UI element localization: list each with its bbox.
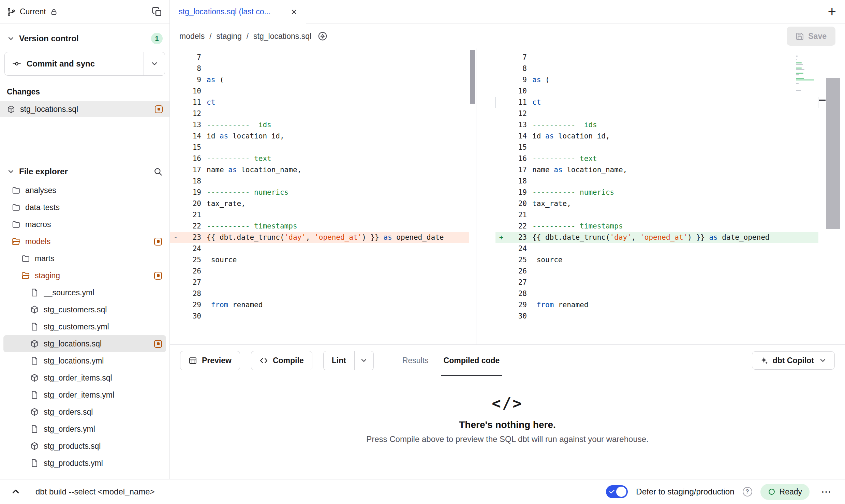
code-line-10[interactable]: 10 <box>495 86 818 97</box>
breadcrumb-item[interactable]: staging <box>217 32 242 41</box>
breadcrumb-item[interactable]: models <box>179 32 205 41</box>
tab-compiled-code[interactable]: Compiled code <box>436 345 507 376</box>
code-line-12[interactable]: 12 <box>170 108 469 119</box>
file-explorer-item-stg-products-yml[interactable]: stg_products.yml <box>3 455 166 472</box>
code-line-11[interactable]: 11 select <box>170 97 469 108</box>
changed-file-row[interactable]: stg_locations.sql <box>0 101 169 117</box>
environment-label[interactable]: Current <box>20 7 46 16</box>
version-control-header[interactable]: Version control 1 <box>0 24 169 51</box>
code-line-23[interactable]: -23 {{ dbt.date_trunc('day', 'opened_at'… <box>170 232 469 243</box>
code-line-28[interactable]: 28 <box>170 288 469 299</box>
code-line-21[interactable]: 21 <box>170 209 469 221</box>
help-icon[interactable]: ? <box>743 487 752 496</box>
tab-stg-locations-sql[interactable]: stg_locations.sql (last co... × <box>170 0 306 24</box>
file-explorer-item-data-tests[interactable]: data-tests <box>3 199 166 216</box>
code-line-6[interactable]: 6 <box>170 48 469 52</box>
commit-and-sync-button[interactable]: Commit and sync <box>4 52 165 76</box>
more-options-button[interactable]: ⋯ <box>818 485 835 499</box>
code-line-25[interactable]: 25 from source <box>170 254 469 266</box>
code-line-17[interactable]: 17 name as location_name, <box>170 164 469 176</box>
lint-button[interactable]: Lint <box>324 351 354 370</box>
lineage-icon[interactable] <box>317 31 328 41</box>
compile-button[interactable]: Compile <box>251 351 312 370</box>
file-explorer-item-stg-customers-sql[interactable]: stg_customers.sql <box>3 301 166 318</box>
code-line-24[interactable]: 24 <box>495 243 818 254</box>
file-explorer-item-macros[interactable]: macros <box>3 216 166 233</box>
code-line-16[interactable]: 16 ---------- text <box>170 153 469 164</box>
code-line-30[interactable]: 30 <box>170 311 469 322</box>
editor-scrollbar-thumb[interactable] <box>826 78 840 229</box>
code-line-7[interactable]: 7), <box>495 52 818 63</box>
code-line-22[interactable]: 22 ---------- timestamps <box>495 221 818 232</box>
code-line-25[interactable]: 25 from source <box>495 254 818 266</box>
file-explorer-item-marts[interactable]: marts <box>3 250 166 267</box>
code-line-18[interactable]: 18 <box>495 176 818 187</box>
code-line-8[interactable]: 8 <box>495 63 818 74</box>
code-line-24[interactable]: 24 <box>170 243 469 254</box>
copy-button[interactable] <box>152 6 163 17</box>
code-line-27[interactable]: 27) <box>170 277 469 288</box>
code-line-13[interactable]: 13 ---------- ids <box>170 119 469 131</box>
file-explorer-item-models[interactable]: models <box>3 233 166 250</box>
pane-divider <box>469 48 476 344</box>
code-line-7[interactable]: 7), <box>170 52 469 63</box>
preview-button[interactable]: Preview <box>180 351 240 370</box>
code-line-14[interactable]: 14 id as location_id, <box>495 131 818 142</box>
code-line-26[interactable]: 26 <box>170 266 469 277</box>
left-pane-scrollbar-thumb[interactable] <box>470 50 475 104</box>
code-line-22[interactable]: 22 ---------- timestamps <box>170 221 469 232</box>
code-line-9[interactable]: 9renamed as ( <box>170 74 469 86</box>
code-line-6[interactable]: 6 <box>495 48 818 52</box>
file-explorer-item-stg-orders-sql[interactable]: stg_orders.sql <box>3 403 166 420</box>
code-line-29[interactable]: 29select * from renamed <box>170 299 469 311</box>
code-line-18[interactable]: 18 <box>170 176 469 187</box>
code-line-13[interactable]: 13 ---------- ids <box>495 119 818 131</box>
file-explorer-item-staging[interactable]: staging <box>3 267 166 284</box>
defer-toggle[interactable] <box>606 485 628 498</box>
file-explorer-item-stg-order-items-sql[interactable]: stg_order_items.sql <box>3 369 166 386</box>
lint-options-button[interactable] <box>354 351 373 370</box>
code-line-16[interactable]: 16 ---------- text <box>495 153 818 164</box>
command-input[interactable]: dbt build --select <model_name> <box>35 487 155 496</box>
code-line-29[interactable]: 29select * from renamed <box>495 299 818 311</box>
status-ready-badge[interactable]: Ready <box>760 484 810 500</box>
code-line-21[interactable]: 21 <box>495 209 818 221</box>
commit-options-button[interactable] <box>144 52 165 75</box>
code-line-19[interactable]: 19 ---------- numerics <box>495 187 818 198</box>
code-line-15[interactable]: 15 <box>170 142 469 153</box>
code-line-8[interactable]: 8 <box>170 63 469 74</box>
file-explorer-item-stg-locations-yml[interactable]: stg_locations.yml <box>3 352 166 369</box>
code-line-20[interactable]: 20 tax_rate, <box>170 198 469 209</box>
code-line-27[interactable]: 27) <box>495 277 818 288</box>
new-tab-button[interactable]: + <box>828 5 836 19</box>
code-line-26[interactable]: 26 <box>495 266 818 277</box>
expand-command-bar-button[interactable] <box>10 486 22 498</box>
code-line-19[interactable]: 19 ---------- numerics <box>170 187 469 198</box>
file-explorer-item-stg-products-sql[interactable]: stg_products.sql <box>3 438 166 455</box>
code-line-10[interactable]: 10 <box>170 86 469 97</box>
file-explorer-item--sources-yml[interactable]: __sources.yml <box>3 284 166 301</box>
code-line-12[interactable]: 12 <box>495 108 818 119</box>
breadcrumb-item[interactable]: stg_locations.sql <box>253 32 311 41</box>
file-explorer-item-stg-order-items-yml[interactable]: stg_order_items.yml <box>3 386 166 403</box>
save-button[interactable]: Save <box>787 27 835 46</box>
code-line-15[interactable]: 15 <box>495 142 818 153</box>
file-explorer-item-stg-orders-yml[interactable]: stg_orders.yml <box>3 420 166 438</box>
code-line-23[interactable]: +23 {{ dbt.date_trunc('day', 'opened_at'… <box>495 232 818 243</box>
code-line-17[interactable]: 17 name as location_name, <box>495 164 818 176</box>
close-tab-icon[interactable]: × <box>291 7 297 17</box>
search-icon[interactable] <box>153 167 163 176</box>
code-line-11[interactable]: 11 select <box>495 97 818 108</box>
minimap[interactable] <box>796 50 816 93</box>
code-line-14[interactable]: 14 id as location_id, <box>170 131 469 142</box>
code-line-30[interactable]: 30 <box>495 311 818 322</box>
file-explorer-item-stg-customers-yml[interactable]: stg_customers.yml <box>3 318 166 335</box>
file-explorer-item-analyses[interactable]: analyses <box>3 182 166 199</box>
tab-results[interactable]: Results <box>395 345 436 376</box>
code-line-9[interactable]: 9renamed as ( <box>495 74 818 86</box>
file-explorer-header[interactable]: File explorer <box>0 159 169 182</box>
dbt-copilot-button[interactable]: dbt Copilot <box>752 351 835 370</box>
code-line-28[interactable]: 28 <box>495 288 818 299</box>
file-explorer-item-stg-locations-sql[interactable]: stg_locations.sql <box>3 335 166 352</box>
code-line-20[interactable]: 20 tax_rate, <box>495 198 818 209</box>
